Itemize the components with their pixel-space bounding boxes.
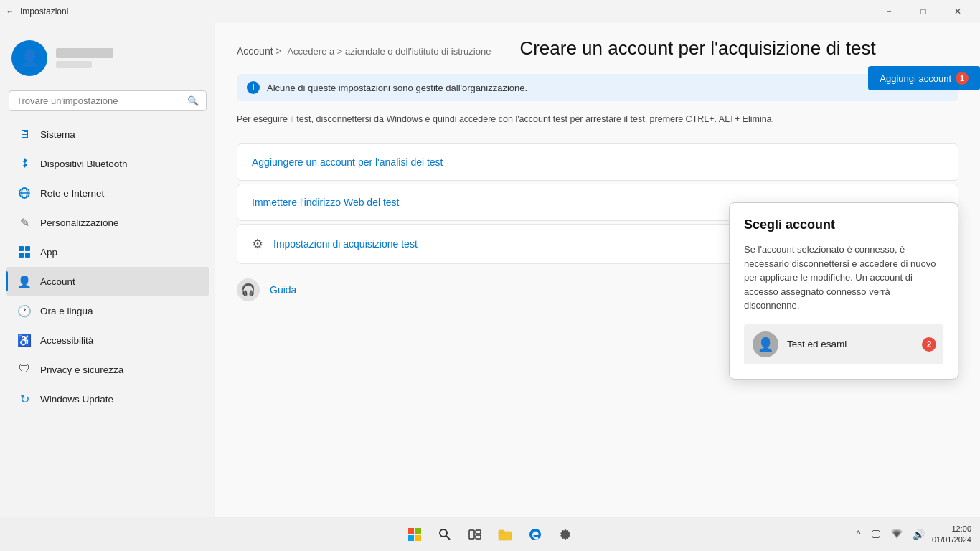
- page-header: Account > Accedere a > aziendale o dell'…: [237, 37, 958, 60]
- popup-description: Se l'account selezionato è connesso, è n…: [744, 242, 943, 313]
- taskbar: ^ 🖵 🔊 12:00 01/01/2024: [0, 517, 980, 551]
- page-title: Creare un account per l'acquisizione di …: [519, 37, 875, 60]
- svg-point-19: [895, 533, 898, 536]
- nav-item-ora[interactable]: 🕐 Ora e lingua: [6, 296, 209, 325]
- test-account-avatar: 👤: [753, 331, 778, 357]
- svg-rect-4: [25, 246, 30, 251]
- nav-label-accessibilita: Accessibilità: [40, 335, 93, 346]
- add-account-label: Aggiungi account: [880, 73, 951, 84]
- taskbar-search-button[interactable]: [430, 520, 459, 549]
- svg-rect-3: [19, 246, 24, 251]
- instruction-text: Per eseguire il test, disconnettersi da …: [237, 113, 958, 126]
- nav-label-update: Windows Update: [40, 394, 113, 405]
- svg-rect-7: [408, 528, 414, 534]
- edge-button[interactable]: [521, 520, 550, 549]
- personalizzazione-icon: ✎: [17, 215, 32, 230]
- update-icon: ↻: [17, 392, 32, 406]
- search-icon: 🔍: [187, 95, 199, 106]
- svg-rect-8: [415, 528, 421, 534]
- test-account-name: Test ed esami: [787, 339, 847, 349]
- chevron-up-icon[interactable]: ^: [853, 527, 864, 542]
- impostazioni-section-icon: ⚙: [252, 236, 263, 252]
- breadcrumb: Account >: [237, 45, 287, 57]
- nav-label-app: App: [40, 247, 57, 258]
- nav-item-rete[interactable]: Rete e Internet: [6, 179, 209, 207]
- user-sub-placeholder: [56, 61, 92, 68]
- svg-rect-6: [25, 253, 30, 258]
- privacy-icon: 🛡: [17, 362, 32, 377]
- nav-label-account: Account: [40, 276, 75, 287]
- nav-item-accessibilita[interactable]: ♿ Accessibilità: [6, 326, 209, 354]
- nav-item-bluetooth[interactable]: Dispositivi Bluetooth: [6, 149, 209, 178]
- svg-line-12: [446, 536, 450, 540]
- display-icon[interactable]: 🖵: [868, 527, 884, 542]
- time-display: 12:00: [932, 524, 971, 534]
- accessibilita-icon: ♿: [17, 333, 32, 347]
- main-content-area: Account > Accedere a > aziendale o dell'…: [215, 23, 980, 517]
- taskview-button[interactable]: [461, 520, 489, 549]
- search-input[interactable]: [17, 95, 183, 106]
- nav-label-personalizzazione: Personalizzazione: [40, 217, 119, 228]
- sistema-icon: 🖥: [17, 127, 32, 141]
- section-aggiungere[interactable]: Aggiungere un account per l'analisi dei …: [237, 143, 958, 181]
- nav-item-app[interactable]: App: [6, 237, 209, 266]
- svg-rect-5: [19, 253, 24, 258]
- nav-label-bluetooth: Dispositivi Bluetooth: [40, 159, 128, 169]
- app-icon: [17, 245, 32, 259]
- test-account-badge: 2: [922, 337, 936, 352]
- nav-label-sistema: Sistema: [40, 129, 75, 140]
- user-info: [56, 48, 113, 68]
- guida-icon: 🎧: [237, 278, 260, 301]
- indirizzo-label: Immettere l'indirizzo Web del test: [252, 197, 400, 208]
- breadcrumb-sub: Accedere a > aziendale o dell'istituto d…: [287, 46, 491, 57]
- svg-rect-15: [476, 535, 481, 539]
- add-account-button[interactable]: Aggiungi account 1: [868, 66, 980, 90]
- start-button[interactable]: [400, 520, 429, 549]
- nav-item-privacy[interactable]: 🛡 Privacy e sicurezza: [6, 355, 209, 384]
- svg-rect-14: [476, 530, 481, 534]
- account-option-test[interactable]: 👤 Test ed esami 2: [744, 324, 943, 364]
- ora-icon: 🕐: [17, 303, 32, 318]
- volume-icon[interactable]: 🔊: [910, 527, 928, 542]
- add-account-badge: 1: [956, 72, 969, 85]
- svg-rect-13: [469, 530, 474, 539]
- rete-icon: [17, 186, 32, 200]
- file-explorer-button[interactable]: [491, 520, 519, 549]
- nav-item-sistema[interactable]: 🖥 Sistema: [6, 120, 209, 149]
- svg-rect-17: [499, 530, 504, 533]
- svg-rect-10: [415, 535, 421, 541]
- sidebar: 👤 🔍 🖥 Sistema Dispositivi Blu: [0, 23, 215, 517]
- taskbar-settings-button[interactable]: [551, 520, 580, 549]
- user-name-placeholder: [56, 48, 113, 58]
- search-box[interactable]: 🔍: [9, 90, 207, 111]
- guida-label: Guida: [270, 284, 296, 296]
- nav-item-update[interactable]: ↻ Windows Update: [6, 385, 209, 413]
- popup-title: Scegli account: [744, 217, 943, 232]
- nav-item-personalizzazione[interactable]: ✎ Personalizzazione: [6, 208, 209, 237]
- content-area: 👤 🔍 🖥 Sistema Dispositivi Blu: [0, 23, 980, 517]
- info-icon: i: [247, 81, 260, 94]
- nav-label-privacy: Privacy e sicurezza: [40, 364, 123, 375]
- user-profile: 👤: [0, 32, 215, 90]
- bluetooth-icon: [17, 156, 32, 171]
- info-text: Alcune di queste impostazioni sono gesti…: [267, 83, 527, 93]
- nav-label-rete: Rete e Internet: [40, 188, 104, 199]
- clock: 12:00 01/01/2024: [932, 524, 971, 545]
- svg-rect-9: [408, 535, 414, 541]
- taskbar-system-tray: ^ 🖵 🔊 12:00 01/01/2024: [853, 524, 971, 545]
- date-display: 01/01/2024: [932, 534, 971, 545]
- nav-label-ora: Ora e lingua: [40, 306, 93, 316]
- impostazioni-label: Impostazioni di acquisizione test: [273, 238, 418, 250]
- avatar: 👤: [11, 40, 47, 76]
- main-window: 👤 🔍 🖥 Sistema Dispositivi Blu: [0, 0, 980, 517]
- info-banner: i Alcune di queste impostazioni sono ges…: [237, 74, 958, 101]
- network-icon[interactable]: [888, 526, 905, 542]
- nav-item-account[interactable]: 👤 Account: [6, 267, 209, 296]
- svg-point-11: [440, 529, 447, 537]
- account-icon: 👤: [17, 274, 32, 288]
- taskbar-center: [400, 520, 580, 549]
- account-popup: Scegli account Se l'account selezionato …: [729, 202, 958, 380]
- aggiungere-label: Aggiungere un account per l'analisi dei …: [252, 156, 443, 168]
